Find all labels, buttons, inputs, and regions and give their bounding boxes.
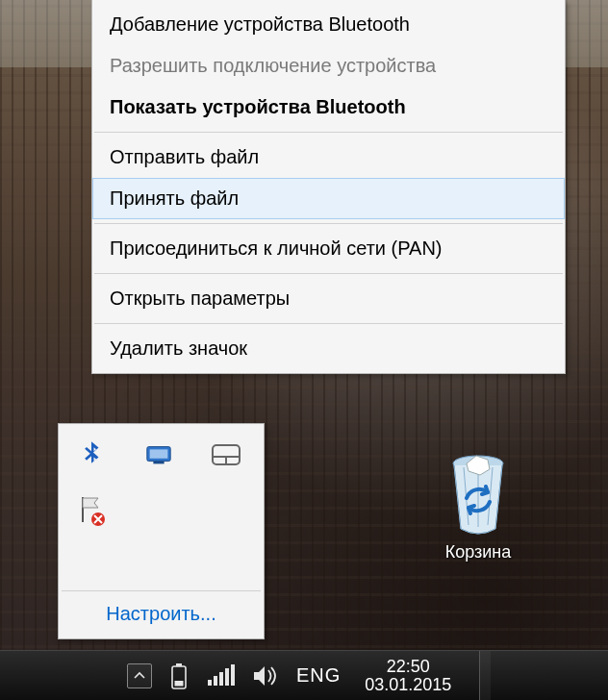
svg-rect-11 bbox=[208, 680, 212, 686]
menu-separator bbox=[94, 132, 563, 133]
taskbar-date: 03.01.2015 bbox=[365, 676, 451, 694]
taskbar: ENG 22:50 03.01.2015 bbox=[0, 650, 608, 700]
menu-separator bbox=[94, 323, 563, 324]
action-center-flag-icon[interactable] bbox=[72, 491, 111, 530]
menu-separator bbox=[94, 223, 563, 224]
recycle-bin-desktop-icon[interactable]: Корзина bbox=[416, 450, 541, 562]
recycle-bin-icon bbox=[440, 450, 517, 537]
touchpad-tray-icon[interactable] bbox=[207, 436, 245, 474]
battery-tray-icon[interactable] bbox=[169, 662, 189, 690]
bluetooth-context-menu: Добавление устройства Bluetooth Разрешит… bbox=[91, 0, 566, 374]
svg-rect-12 bbox=[214, 676, 217, 686]
tray-customize-link[interactable]: Настроить... bbox=[59, 591, 264, 638]
menu-item-add-bluetooth-device[interactable]: Добавление устройства Bluetooth bbox=[92, 4, 565, 45]
menu-item-remove-icon[interactable]: Удалить значок bbox=[92, 328, 565, 369]
menu-item-open-settings[interactable]: Открыть параметры bbox=[92, 278, 565, 319]
svg-rect-10 bbox=[175, 681, 184, 687]
recycle-bin-label: Корзина bbox=[416, 542, 541, 562]
volume-tray-icon[interactable] bbox=[252, 664, 279, 688]
menu-item-show-bluetooth-devices[interactable]: Показать устройства Bluetooth bbox=[92, 87, 565, 128]
taskbar-time: 22:50 bbox=[387, 658, 430, 676]
menu-item-allow-device-connection: Разрешить подключение устройства bbox=[92, 45, 565, 87]
safely-remove-hardware-icon[interactable] bbox=[139, 436, 178, 474]
svg-rect-15 bbox=[231, 664, 235, 686]
svg-rect-14 bbox=[225, 668, 229, 686]
bluetooth-tray-icon[interactable] bbox=[72, 436, 111, 474]
menu-item-join-pan[interactable]: Присоединиться к личной сети (PAN) bbox=[92, 228, 565, 269]
svg-rect-13 bbox=[219, 672, 223, 686]
svg-rect-1 bbox=[153, 462, 164, 464]
menu-item-send-file[interactable]: Отправить файл bbox=[92, 137, 565, 178]
taskbar-clock[interactable]: 22:50 03.01.2015 bbox=[358, 658, 458, 694]
menu-item-receive-file[interactable]: Принять файл bbox=[92, 178, 565, 219]
network-signal-tray-icon[interactable] bbox=[206, 664, 235, 688]
tray-overflow-flyout: Настроить... bbox=[58, 423, 265, 639]
language-indicator[interactable]: ENG bbox=[296, 664, 341, 687]
show-desktop-button[interactable] bbox=[479, 651, 491, 701]
svg-rect-2 bbox=[150, 449, 168, 458]
menu-separator bbox=[94, 273, 563, 274]
tray-overflow-icons bbox=[59, 424, 264, 590]
tray-overflow-button[interactable] bbox=[127, 663, 152, 688]
